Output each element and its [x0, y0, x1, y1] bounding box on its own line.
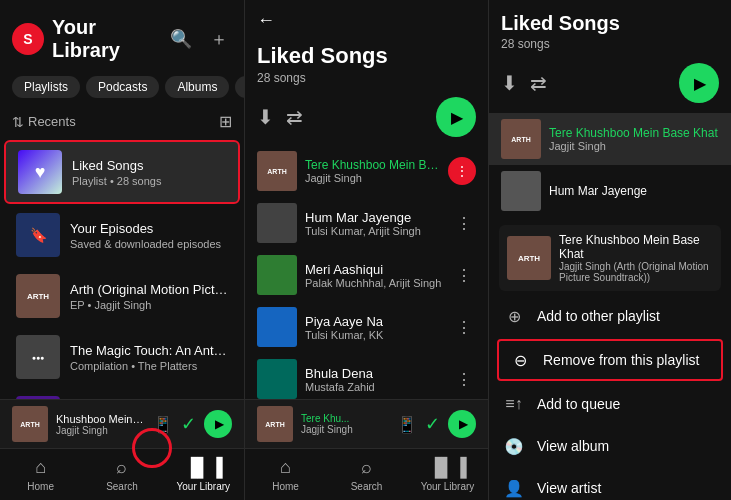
song-item-2[interactable]: Hum Mar Jayenge Tulsi Kumar, Arijit Sing…	[245, 197, 488, 249]
liked-songs-info: Liked Songs Playlist • 28 songs	[72, 158, 226, 187]
player-connect-icon[interactable]: 📱	[153, 415, 173, 434]
nav-search[interactable]: ⌕ Search	[81, 449, 162, 500]
grid-view-icon[interactable]: ⊞	[219, 112, 232, 131]
avatar[interactable]: S	[12, 23, 44, 55]
panel2-library-icon: ▐▌▐	[428, 457, 466, 478]
nav-library[interactable]: ▐▌▐ Your Library	[163, 449, 244, 500]
song-thumb-1: ARTH	[257, 151, 297, 191]
liked-songs-title: Liked Songs	[72, 158, 226, 173]
song-info-2: Hum Mar Jayenge Tulsi Kumar, Arijit Sing…	[305, 210, 444, 237]
panel2-nav-search-label: Search	[351, 481, 383, 492]
selected-song-thumb: ARTH	[507, 236, 551, 280]
selected-song-info: Tere Khushboo Mein Base Khat Jagjit Sing…	[559, 233, 713, 283]
song-thumb-3	[257, 255, 297, 295]
list-item-your-episodes[interactable]: 🔖 Your Episodes Saved & downloaded episo…	[4, 205, 240, 265]
filter-albums[interactable]: Albums	[165, 76, 229, 98]
playlist-header: Liked Songs 28 songs	[245, 35, 488, 89]
song-item-3[interactable]: Meri Aashiqui Palak Muchhhal, Arijit Sin…	[245, 249, 488, 301]
context-download-icon[interactable]: ⬇	[501, 71, 518, 95]
panel2-nav-home[interactable]: ⌂ Home	[245, 449, 326, 500]
player-title: Khushboo Mein Base	[56, 413, 145, 425]
song-info-1: Tere Khushboo Mein Base Khat Jagjit Sing…	[305, 158, 440, 184]
playlist-title: Liked Songs	[257, 43, 476, 69]
song-list: ARTH Tere Khushboo Mein Base Khat Jagjit…	[245, 145, 488, 399]
player-thumb: ARTH	[12, 406, 48, 442]
panel2-nav-search[interactable]: ⌕ Search	[326, 449, 407, 500]
context-play-button[interactable]: ▶	[679, 63, 719, 103]
filter-playlists[interactable]: Playlists	[12, 76, 80, 98]
context-song-preview: ARTH Tere Khushboo Mein Base Khat Jagjit…	[489, 109, 731, 221]
context-shuffle-icon[interactable]: ⇄	[530, 71, 547, 95]
menu-remove-from-playlist[interactable]: ⊖ Remove from this playlist	[497, 339, 723, 381]
search-icon[interactable]: 🔍	[166, 23, 196, 55]
menu-add-to-playlist[interactable]: ⊕ Add to other playlist	[489, 295, 731, 337]
song-item-1[interactable]: ARTH Tere Khushboo Mein Base Khat Jagjit…	[245, 145, 488, 197]
context-header: Liked Songs 28 songs	[489, 0, 731, 57]
panel2-player-thumb-label: ARTH	[257, 406, 293, 442]
more-button-2[interactable]: ⋮	[452, 210, 476, 237]
library-header: S Your Library 🔍 ＋	[0, 0, 244, 70]
filter-podcasts[interactable]: Podcasts	[86, 76, 159, 98]
more-btn-container-1: ⋮	[448, 157, 476, 185]
magic-sub: Compilation • The Platters	[70, 360, 228, 372]
context-current-song[interactable]: ARTH Tere Khushboo Mein Base Khat Jagjit…	[489, 113, 731, 165]
panel2-liked-icon[interactable]: ✓	[425, 413, 440, 435]
context-song-info-2: Hum Mar Jayenge	[549, 184, 719, 198]
liked-songs-sub: Playlist • 28 songs	[72, 175, 226, 187]
nav-home[interactable]: ⌂ Home	[0, 449, 81, 500]
song-item-5[interactable]: Bhula Dena Mustafa Zahid ⋮	[245, 353, 488, 399]
panel2-player-info: Tere Khu... Jagjit Singh	[301, 413, 389, 435]
add-to-playlist-icon: ⊕	[503, 305, 525, 327]
context-menu-panel: Liked Songs 28 songs ⬇ ⇄ ▶ ARTH Tere Khu…	[488, 0, 731, 500]
player-actions: 📱 ✓ ▶	[153, 410, 232, 438]
panel2-connect-icon[interactable]: 📱	[397, 415, 417, 434]
selected-song-name: Tere Khushboo Mein Base Khat	[559, 233, 713, 261]
player-play-button[interactable]: ▶	[204, 410, 232, 438]
add-icon[interactable]: ＋	[206, 23, 232, 55]
context-controls: ⬇ ⇄ ▶	[489, 57, 731, 109]
more-button-3[interactable]: ⋮	[452, 262, 476, 289]
download-icon[interactable]: ⬇	[257, 105, 274, 129]
context-title: Liked Songs	[501, 12, 719, 35]
menu-remove-label: Remove from this playlist	[543, 352, 699, 368]
nav-home-label: Home	[27, 481, 54, 492]
panel2-nav-home-label: Home	[272, 481, 299, 492]
shuffle-icon[interactable]: ⇄	[286, 105, 303, 129]
panel2-player-thumb: ARTH	[257, 406, 293, 442]
context-sub: 28 songs	[501, 37, 719, 51]
player-liked-icon[interactable]: ✓	[181, 413, 196, 435]
more-button-1[interactable]: ⋮	[448, 157, 476, 185]
panel2-search-icon: ⌕	[361, 457, 372, 478]
panel2-player-artist: Jagjit Singh	[301, 424, 389, 435]
playlist-play-button[interactable]: ▶	[436, 97, 476, 137]
sort-row: ⇅ Recents ⊞	[0, 104, 244, 139]
panel2-nav-library[interactable]: ▐▌▐ Your Library	[407, 449, 488, 500]
list-item-only-you[interactable]: Only You (And You Alone) Playlist • Scre…	[4, 388, 240, 399]
bottom-nav: ⌂ Home ⌕ Search ▐▌▐ Your Library	[0, 448, 244, 500]
sort-label[interactable]: ⇅ Recents	[12, 114, 76, 130]
more-button-5[interactable]: ⋮	[452, 366, 476, 393]
magic-title: The Magic Touch: An Anthology	[70, 343, 228, 358]
panel2-player-title: Tere Khu...	[301, 413, 389, 424]
menu-add-to-queue[interactable]: ≡↑ Add to queue	[489, 383, 731, 425]
panel2-play-button[interactable]: ▶	[448, 410, 476, 438]
menu-view-album[interactable]: 💿 View album	[489, 425, 731, 467]
context-song-thumb-2	[501, 171, 541, 211]
song-item-4[interactable]: Piya Aaye Na Tulsi Kumar, KK ⋮	[245, 301, 488, 353]
list-item-magic-touch[interactable]: ●●● The Magic Touch: An Anthology Compil…	[4, 327, 240, 387]
episodes-title: Your Episodes	[70, 221, 228, 236]
song-name-2: Hum Mar Jayenge	[305, 210, 444, 225]
song-artist-2: Tulsi Kumar, Arijit Singh	[305, 225, 444, 237]
episodes-thumb: 🔖	[16, 213, 60, 257]
menu-view-artist[interactable]: 👤 View artist	[489, 467, 731, 500]
panel2-nav-library-label: Your Library	[421, 481, 475, 492]
context-second-song[interactable]: Hum Mar Jayenge	[489, 165, 731, 217]
liked-header: ←	[245, 0, 488, 35]
search-nav-icon: ⌕	[116, 457, 127, 478]
library-nav-icon: ▐▌▐	[184, 457, 222, 478]
list-item-liked-songs[interactable]: ♥ Liked Songs Playlist • 28 songs	[4, 140, 240, 204]
list-item-arth[interactable]: ARTH Arth (Original Motion Picture Sou..…	[4, 266, 240, 326]
more-button-4[interactable]: ⋮	[452, 314, 476, 341]
back-button[interactable]: ←	[257, 10, 275, 31]
add-to-queue-icon: ≡↑	[503, 393, 525, 415]
